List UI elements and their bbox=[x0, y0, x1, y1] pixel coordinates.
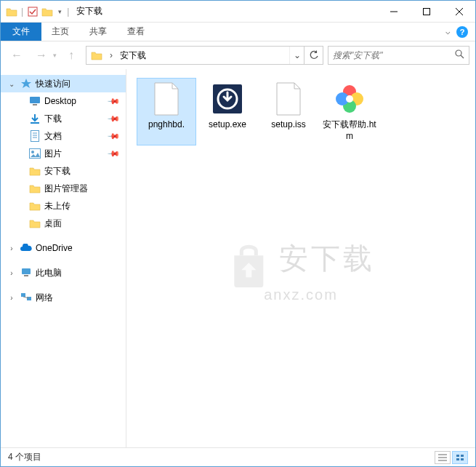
window-controls bbox=[377, 1, 475, 22]
sidebar-thispc[interactable]: › 此电脑 bbox=[1, 264, 126, 282]
nav-back-button[interactable]: ← bbox=[7, 45, 27, 65]
network-icon bbox=[20, 291, 33, 304]
svg-rect-18 bbox=[21, 293, 25, 297]
svg-rect-10 bbox=[31, 131, 39, 142]
chevron-down-icon[interactable]: ⌄ bbox=[7, 80, 17, 88]
sidebar-item[interactable]: 未上传 bbox=[1, 197, 126, 215]
svg-rect-19 bbox=[27, 297, 31, 300]
svg-rect-33 bbox=[456, 458, 459, 460]
sidebar-item[interactable]: 图片📌 bbox=[1, 145, 126, 162]
nav-up-button[interactable]: ↑ bbox=[61, 45, 81, 65]
breadcrumb-current[interactable]: 安下载 bbox=[116, 47, 150, 64]
sidebar-item-label: 未上传 bbox=[44, 200, 70, 212]
expand-ribbon-icon[interactable]: ⌵ bbox=[445, 27, 451, 36]
folder-icon bbox=[41, 4, 54, 20]
svg-rect-32 bbox=[461, 455, 464, 457]
address-folder-icon[interactable] bbox=[86, 47, 107, 64]
computer-icon bbox=[20, 266, 33, 279]
svg-point-27 bbox=[346, 95, 353, 103]
sidebar-item[interactable]: 安下载 bbox=[1, 162, 126, 180]
sidebar-item-label: 图片 bbox=[44, 148, 62, 160]
tab-home[interactable]: 主页 bbox=[41, 23, 79, 41]
sidebar-item-label: 文档 bbox=[44, 130, 62, 143]
address-dropdown-icon[interactable]: ⌄ bbox=[289, 47, 304, 64]
svg-rect-0 bbox=[28, 7, 37, 16]
sidebar-item-label: 此电脑 bbox=[36, 267, 62, 279]
file-pane[interactable]: pnghhbd.setup.exesetup.iss安下载帮助.htm 安下载 … bbox=[126, 69, 475, 447]
tab-view[interactable]: 查看 bbox=[117, 23, 155, 41]
view-details-button[interactable] bbox=[435, 451, 451, 464]
maximize-button[interactable] bbox=[410, 1, 443, 22]
sidebar-quick-access[interactable]: ⌄ 快速访问 bbox=[1, 75, 126, 92]
chevron-right-icon[interactable]: › bbox=[7, 294, 17, 302]
file-icon bbox=[149, 81, 184, 116]
status-item-count: 4 个项目 bbox=[8, 451, 41, 463]
sidebar-item-label: OneDrive bbox=[36, 243, 73, 253]
sidebar-item[interactable]: 图片管理器 bbox=[1, 180, 126, 197]
nav-history-dropdown[interactable]: ▾ bbox=[53, 52, 57, 59]
chevron-right-icon[interactable]: › bbox=[7, 269, 17, 277]
view-icons-button[interactable] bbox=[452, 451, 468, 464]
watermark-url: anxz.com bbox=[227, 287, 374, 304]
svg-rect-2 bbox=[423, 8, 429, 15]
refresh-button[interactable] bbox=[304, 47, 323, 64]
file-icon bbox=[332, 81, 367, 116]
file-icon bbox=[210, 81, 245, 116]
chevron-right-icon[interactable]: › bbox=[7, 244, 17, 252]
pin-icon: 📌 bbox=[106, 129, 120, 143]
star-icon bbox=[20, 77, 33, 90]
sidebar-item-label: 安下载 bbox=[44, 165, 70, 177]
sidebar-item[interactable]: 文档📌 bbox=[1, 127, 126, 145]
pin-icon: 📌 bbox=[106, 146, 120, 160]
sidebar-item[interactable]: 下载📌 bbox=[1, 110, 126, 127]
minimize-button[interactable] bbox=[377, 1, 410, 22]
file-label: pnghhbd. bbox=[148, 119, 185, 131]
folder-icon bbox=[5, 4, 18, 20]
folder-icon bbox=[28, 217, 41, 230]
folder-icon bbox=[28, 164, 41, 177]
sidebar-item-label: 网络 bbox=[36, 292, 53, 304]
svg-rect-31 bbox=[456, 455, 459, 457]
sidebar-item[interactable]: 桌面 bbox=[1, 215, 126, 232]
nav-forward-button[interactable]: → bbox=[31, 45, 52, 65]
documents-icon bbox=[28, 129, 41, 143]
svg-rect-34 bbox=[461, 458, 464, 460]
address-bar[interactable]: › 安下载 ⌄ bbox=[86, 46, 323, 65]
watermark: 安下载 anxz.com bbox=[227, 239, 374, 303]
titlebar: | ▾ | 安下载 bbox=[1, 1, 475, 23]
sidebar-item-label: 快速访问 bbox=[36, 78, 70, 90]
status-bar: 4 个项目 bbox=[1, 447, 475, 466]
file-item[interactable]: setup.exe bbox=[198, 78, 257, 145]
file-item[interactable]: setup.iss bbox=[259, 78, 318, 145]
sidebar-network[interactable]: › 网络 bbox=[1, 289, 126, 306]
file-item[interactable]: pnghhbd. bbox=[137, 78, 196, 145]
help-icon[interactable]: ? bbox=[456, 26, 468, 38]
separator: | bbox=[21, 7, 23, 17]
qat-dropdown-icon[interactable]: ▾ bbox=[55, 4, 64, 20]
search-input[interactable] bbox=[333, 50, 455, 60]
svg-point-15 bbox=[31, 151, 34, 153]
svg-rect-8 bbox=[33, 104, 37, 105]
pin-icon: 📌 bbox=[106, 111, 120, 125]
body: ⌄ 快速访问 Desktop📌下载📌文档📌图片📌安下载图片管理器未上传桌面 › … bbox=[1, 69, 475, 447]
sidebar-onedrive[interactable]: › OneDrive bbox=[1, 239, 126, 257]
close-button[interactable] bbox=[443, 1, 475, 22]
nav-row: ← → ▾ ↑ › 安下载 ⌄ bbox=[1, 41, 475, 69]
search-box[interactable] bbox=[328, 46, 469, 65]
watermark-text: 安下载 bbox=[279, 242, 375, 274]
sidebar-item[interactable]: Desktop📌 bbox=[1, 92, 126, 110]
folder-icon bbox=[28, 182, 41, 195]
file-item[interactable]: 安下载帮助.htm bbox=[320, 78, 379, 145]
window-title: 安下载 bbox=[76, 5, 102, 17]
pin-icon: 📌 bbox=[106, 94, 120, 108]
ribbon-tabs: 文件 主页 共享 查看 ⌵ ? bbox=[1, 23, 475, 41]
tab-file[interactable]: 文件 bbox=[1, 23, 41, 41]
tab-share[interactable]: 共享 bbox=[79, 23, 117, 41]
svg-rect-16 bbox=[22, 268, 31, 274]
search-icon[interactable] bbox=[455, 49, 464, 61]
ribbon-expand: ⌵ ? bbox=[445, 23, 475, 41]
navigation-pane: ⌄ 快速访问 Desktop📌下载📌文档📌图片📌安下载图片管理器未上传桌面 › … bbox=[1, 69, 126, 447]
breadcrumb-chevron-icon[interactable]: › bbox=[107, 47, 116, 64]
sidebar-item-label: Desktop bbox=[44, 96, 76, 106]
properties-checkbox-icon[interactable] bbox=[26, 4, 39, 20]
